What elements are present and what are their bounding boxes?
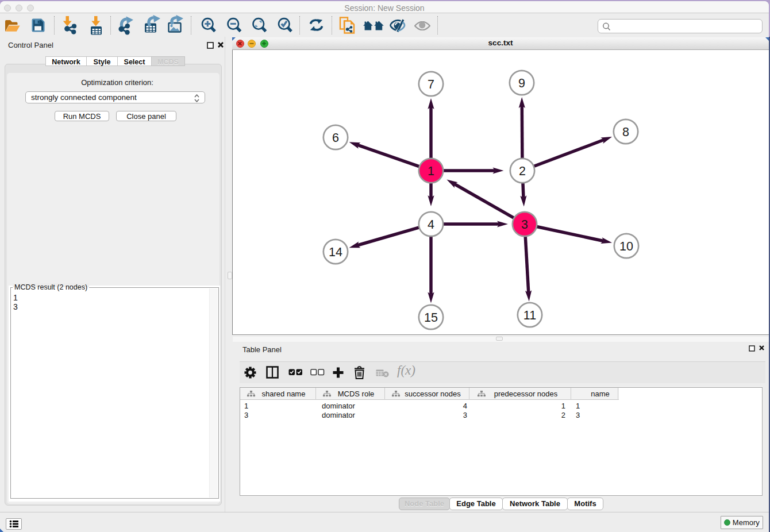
svg-text:1: 1 xyxy=(428,164,434,178)
svg-text:14: 14 xyxy=(329,245,342,259)
svg-text:4: 4 xyxy=(428,218,434,232)
svg-text:2: 2 xyxy=(519,164,526,178)
svg-text:9: 9 xyxy=(518,76,525,90)
svg-text:8: 8 xyxy=(622,125,629,139)
svg-text:6: 6 xyxy=(332,131,339,145)
svg-text:11: 11 xyxy=(523,309,536,322)
svg-text:15: 15 xyxy=(424,311,438,325)
svg-text:3: 3 xyxy=(521,218,528,232)
svg-text:7: 7 xyxy=(428,78,434,91)
svg-text:10: 10 xyxy=(619,240,633,253)
